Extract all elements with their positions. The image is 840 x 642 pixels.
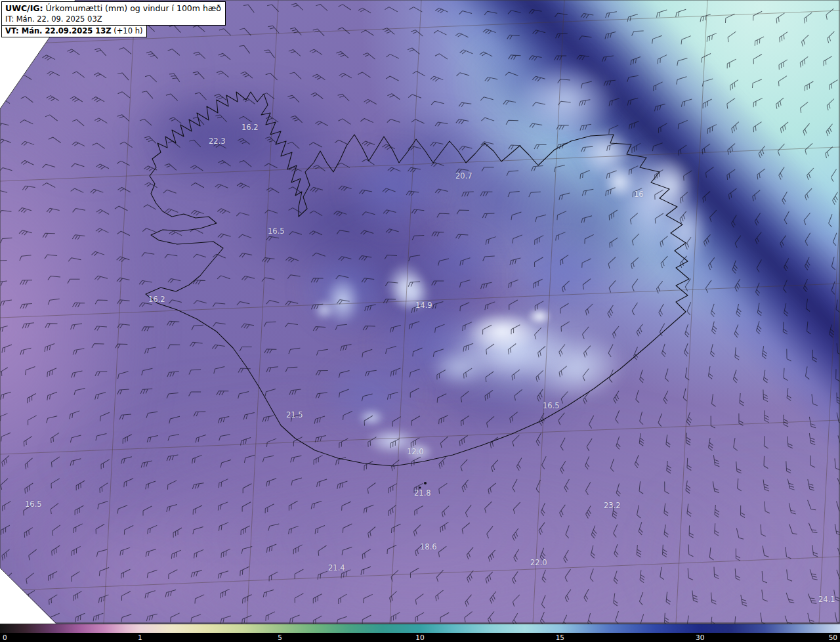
init-time: IT: Mán. 22. 09. 2025 03Z — [5, 14, 221, 24]
graticule-coastline-windbarbs-layer — [0, 0, 840, 624]
map-title: UWC/IG: Úrkomumætti (mm) og vindur í 100… — [5, 3, 221, 13]
colorbar-tick: 5 — [278, 633, 282, 641]
model-id: UWC/IG: — [5, 3, 43, 13]
valid-time-main: VT: Mán. 22.09.2025 13Z — [5, 26, 112, 35]
value-label: 21.5 — [286, 412, 303, 419]
colorbar: 0 1 5 10 15 30 50 — [0, 624, 840, 642]
value-label: 16 — [634, 191, 644, 199]
value-label: 21.8 — [414, 490, 431, 498]
map-field: 16.2 22.3 20.7 16.5 16.2 14.9 16 21.5 16… — [0, 0, 840, 624]
title-box: UWC/IG: Úrkomumætti (mm) og vindur í 100… — [1, 1, 226, 37]
value-label: 21.4 — [328, 565, 345, 572]
colorbar-tick: 0 — [3, 633, 7, 641]
value-label: 22.3 — [209, 138, 226, 146]
value-label: 18.6 — [420, 544, 437, 551]
value-label: 16.5 — [25, 501, 42, 509]
value-label: 14.9 — [415, 302, 432, 310]
colorbar-tick: 30 — [696, 633, 704, 641]
colorbar-tick: 10 — [415, 633, 424, 641]
value-label: 12.0 — [407, 448, 424, 456]
title-box-valid: VT: Mán. 22.09.2025 13Z (+10 h) — [1, 25, 147, 37]
value-label: 20.7 — [455, 173, 472, 181]
colorbar-tick: 15 — [556, 633, 564, 641]
valid-time: VT: Mán. 22.09.2025 13Z (+10 h) — [5, 26, 142, 35]
colorbar-gradient — [0, 624, 840, 633]
map-title-text: Úrkomumætti (mm) og vindur í 100m hæð — [46, 3, 221, 13]
value-label: 16.2 — [148, 296, 165, 304]
value-label: 16.5 — [268, 228, 285, 236]
valid-time-offset: (+10 h) — [114, 26, 142, 35]
value-label: 23.2 — [604, 502, 621, 510]
title-box-main: UWC/IG: Úrkomumætti (mm) og vindur í 100… — [1, 1, 226, 26]
value-label: 16.2 — [242, 124, 259, 132]
colorbar-tick: 50 — [829, 633, 837, 641]
value-label: 24.1 — [818, 596, 835, 604]
value-label: 22.0 — [530, 559, 547, 567]
weather-map: 16.2 22.3 20.7 16.5 16.2 14.9 16 21.5 16… — [0, 0, 840, 642]
colorbar-tick: 1 — [138, 633, 142, 641]
colorbar-tick-strip: 0 1 5 10 15 30 50 — [0, 633, 840, 642]
value-label: 16.5 — [543, 402, 560, 410]
